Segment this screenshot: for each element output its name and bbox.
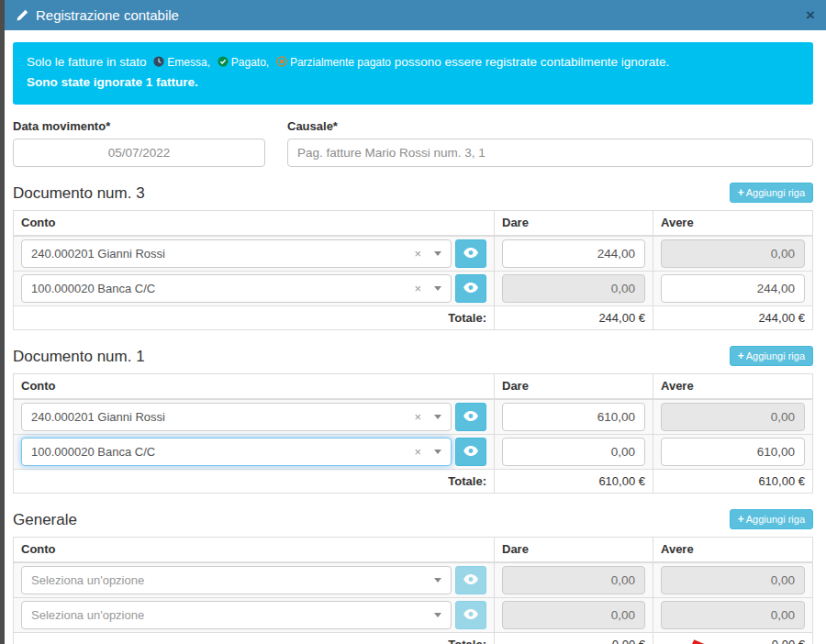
add-row-button[interactable]: +Aggiungi riga	[730, 183, 813, 203]
dare-input	[502, 566, 645, 594]
clear-selection-icon[interactable]: ×	[414, 410, 421, 424]
status-pagato: Pagato,	[214, 56, 269, 69]
section-documento-num-1: Documento num. 1 +Aggiungi riga Conto Da…	[13, 346, 813, 494]
dare-input[interactable]	[502, 438, 645, 466]
total-label: Totale:	[14, 469, 495, 493]
chevron-down-icon	[434, 613, 441, 617]
view-account-button	[455, 601, 486, 629]
avere-input[interactable]	[661, 274, 805, 303]
total-avere: 610,00 €	[653, 469, 813, 493]
clear-selection-icon[interactable]: ×	[414, 247, 421, 261]
view-account-button[interactable]	[455, 274, 486, 303]
table-row: Seleziona un'opzione	[14, 562, 813, 598]
view-account-button[interactable]	[455, 403, 486, 431]
conto-select[interactable]: 100.000020 Banca C/C ×	[21, 274, 452, 303]
column-header-conto: Conto	[14, 373, 495, 399]
view-account-button[interactable]	[455, 239, 486, 268]
accounting-table: Conto Dare Avere Seleziona un'opzione	[13, 537, 813, 644]
eye-icon	[463, 282, 478, 295]
table-row: 240.000201 Gianni Rossi ×	[14, 236, 813, 272]
total-dare: 0,00 €	[495, 632, 653, 644]
add-row-button[interactable]: +Aggiungi riga	[730, 346, 813, 366]
status-parzialmente-pagato: Parzialmente pagato	[273, 56, 391, 69]
table-row: 100.000020 Banca C/C ×	[14, 434, 813, 469]
conto-select[interactable]: 240.000201 Gianni Rossi ×	[21, 239, 452, 268]
clock-icon	[153, 55, 164, 66]
plus-icon: +	[738, 186, 744, 199]
clear-selection-icon[interactable]: ×	[414, 445, 421, 459]
column-header-dare: Dare	[495, 373, 653, 399]
modal-header: Registrazione contabile ×	[5, 0, 826, 30]
check-circle-icon	[218, 55, 229, 66]
alert-line2: Sono state ignorate 1 fatture.	[27, 72, 799, 93]
section-title: Documento num. 3	[13, 184, 145, 203]
eye-icon	[463, 247, 478, 261]
chevron-down-icon	[434, 251, 441, 256]
data-movimento-label: Data movimento*	[13, 119, 265, 133]
total-dare: 244,00 €	[495, 305, 653, 329]
chevron-down-icon	[434, 450, 441, 454]
column-header-avere: Avere	[653, 373, 813, 399]
total-avere: 244,00 €	[653, 305, 813, 329]
total-avere: 0,00 €	[653, 632, 813, 644]
eye-icon	[463, 573, 478, 587]
section-title: Generale	[13, 511, 77, 529]
add-row-button[interactable]: +Aggiungi riga	[730, 509, 813, 529]
close-icon[interactable]: ×	[806, 7, 815, 23]
status-emessa: Emessa,	[150, 56, 210, 69]
column-header-conto: Conto	[14, 210, 495, 236]
conto-select[interactable]: Seleziona un'opzione	[21, 566, 452, 594]
column-header-conto: Conto	[14, 537, 495, 562]
table-row: Seleziona un'opzione	[14, 597, 813, 632]
dare-input[interactable]	[502, 403, 645, 431]
section-documento-num-3: Documento num. 3 +Aggiungi riga Conto Da…	[13, 183, 813, 330]
column-header-dare: Dare	[495, 210, 653, 236]
avere-input	[661, 566, 805, 594]
avere-input	[661, 601, 805, 629]
section-title: Documento num. 1	[13, 348, 145, 366]
column-header-avere: Avere	[653, 537, 813, 562]
dare-input	[502, 601, 645, 629]
accounting-table: Conto Dare Avere 240.000201 Gianni Rossi…	[13, 373, 813, 494]
chevron-down-icon	[434, 578, 441, 583]
avere-input	[661, 239, 805, 268]
chevron-down-icon	[434, 286, 441, 291]
avere-input	[661, 403, 805, 431]
dot-circle-icon	[276, 55, 287, 66]
eye-icon	[463, 608, 478, 622]
modal-title: Registrazione contabile	[16, 7, 179, 23]
total-row: Totale: 244,00 € 244,00 €	[14, 305, 813, 329]
plus-icon: +	[738, 513, 744, 526]
total-label: Totale:	[14, 305, 495, 329]
section-generale: Generale +Aggiungi riga Conto Dare Avere…	[13, 509, 813, 644]
modal-title-text: Registrazione contabile	[36, 7, 179, 23]
total-label: Totale:	[14, 632, 495, 644]
registrazione-contabile-modal: Registrazione contabile × Solo le fattur…	[5, 0, 826, 644]
total-dare: 610,00 €	[495, 469, 653, 493]
pencil-icon	[16, 9, 28, 22]
causale-input[interactable]	[287, 139, 813, 167]
accounting-table: Conto Dare Avere 240.000201 Gianni Rossi…	[13, 210, 813, 330]
view-account-button	[455, 566, 486, 594]
clear-selection-icon[interactable]: ×	[414, 282, 421, 295]
eye-icon	[463, 445, 478, 459]
eye-icon	[463, 410, 478, 424]
conto-select[interactable]: 100.000020 Banca C/C ×	[21, 438, 452, 466]
view-account-button[interactable]	[455, 438, 486, 466]
table-row: 100.000020 Banca C/C ×	[14, 271, 813, 305]
dare-input	[502, 274, 645, 303]
info-alert: Solo le fatture in stato Emessa, Pagato,…	[13, 42, 813, 105]
chevron-down-icon	[434, 415, 441, 419]
conto-select[interactable]: Seleziona un'opzione	[21, 601, 452, 629]
data-movimento-input[interactable]	[13, 139, 265, 167]
total-row: Totale: 610,00 € 610,00 €	[14, 469, 813, 493]
plus-icon: +	[738, 350, 744, 362]
alert-line1: Solo le fatture in stato Emessa, Pagato,…	[27, 52, 799, 72]
table-row: 240.000201 Gianni Rossi ×	[14, 399, 813, 435]
conto-select[interactable]: 240.000201 Gianni Rossi ×	[21, 403, 452, 431]
column-header-avere: Avere	[653, 210, 813, 236]
causale-label: Causale*	[287, 119, 813, 133]
avere-input[interactable]	[661, 438, 805, 466]
total-row: Totale: 0,00 € 0,00 €	[14, 632, 813, 644]
dare-input[interactable]	[502, 239, 645, 268]
